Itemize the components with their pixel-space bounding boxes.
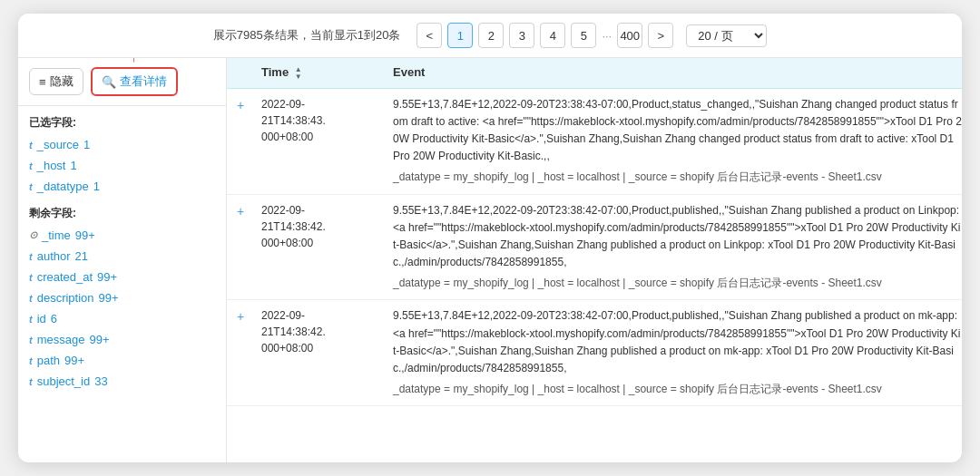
field-source[interactable]: t _source 1 (18, 134, 226, 155)
field-host-count: 1 (70, 159, 76, 172)
field-description-name: description (37, 291, 94, 305)
view-detail-button[interactable]: 🔍 查看详情 (91, 67, 178, 96)
field-datatype-name: _datatype (37, 180, 89, 193)
field-source-count: 1 (83, 138, 90, 151)
t-type-icon-3: t (29, 181, 33, 192)
field-time[interactable]: ⊙ _time 99+ (18, 225, 226, 246)
next-page-button[interactable]: > (648, 23, 673, 48)
field-id-count: 6 (51, 312, 57, 325)
row-time-3: 2022-09-21T14:38:42.000+08:00 (254, 307, 386, 356)
t-type-icon-4: t (29, 251, 33, 262)
col-plus-header (227, 65, 254, 81)
t-type-icon-5: t (29, 272, 33, 283)
table-area: Time ▲ ▼ Event + 2022-09-21T14:38:43.000… (227, 58, 962, 462)
row-event-3: 9.55E+13,7.84E+12,2022-09-20T23:38:42-07… (386, 307, 962, 398)
field-message-name: message (37, 333, 85, 346)
field-author-name: author (37, 249, 71, 263)
selected-section-title: 已选字段: (18, 106, 226, 134)
pagination-bar: 展示7985条结果，当前显示1到20条 < 1 2 3 4 5 ··· 400 … (18, 14, 962, 58)
red-arrow-icon: ↑ (130, 58, 138, 66)
t-type-icon-9: t (29, 355, 33, 366)
search-icon: 🔍 (102, 75, 116, 89)
field-id[interactable]: t id 6 (18, 308, 226, 329)
row-meta-2: _datatype = my_shopify_log | _host = loc… (393, 275, 962, 292)
col-time-label: Time (261, 65, 289, 79)
t-type-icon-10: t (29, 376, 33, 387)
arrow-indicator: ↑ 🔍 查看详情 (91, 67, 178, 96)
field-created-at-count: 99+ (97, 270, 117, 284)
row-time-2: 2022-09-21T14:38:42.000+08:00 (254, 202, 386, 251)
field-message-count: 99+ (89, 333, 109, 346)
table-row: + 2022-09-21T14:38:42.000+08:00 9.55E+13… (227, 300, 962, 406)
field-host[interactable]: t _host 1 (18, 155, 226, 176)
page-2-button[interactable]: 2 (478, 23, 504, 48)
row-event-1: 9.55E+13,7.84E+12,2022-09-20T23:38:43-07… (386, 96, 962, 187)
pagination-dots: ··· (602, 29, 612, 43)
field-path[interactable]: t path 99+ (18, 350, 226, 371)
row-expand-btn-2[interactable]: + (227, 202, 254, 219)
table-row: + 2022-09-21T14:38:43.000+08:00 9.55E+13… (227, 89, 962, 195)
sidebar-toolbar: ≡ 隐藏 ↑ 🔍 查看详情 (18, 58, 226, 106)
page-4-button[interactable]: 4 (540, 23, 565, 48)
field-subject-id[interactable]: t subject_id 33 (18, 371, 226, 392)
field-subject-id-name: subject_id (37, 374, 91, 388)
field-created-at-name: created_at (37, 270, 93, 284)
hide-label: 隐藏 (50, 73, 74, 90)
prev-page-button[interactable]: < (416, 23, 442, 48)
content-area: ≡ 隐藏 ↑ 🔍 查看详情 已选字段: t _source 1 (18, 58, 962, 462)
col-time-header[interactable]: Time ▲ ▼ (254, 65, 386, 81)
table-row: + 2022-09-21T14:38:42.000+08:00 9.55E+13… (227, 195, 962, 301)
field-datatype-count: 1 (93, 180, 100, 193)
remaining-section-title: 剩余字段: (18, 197, 226, 225)
t-type-icon: t (29, 140, 33, 151)
sort-down-icon: ▼ (295, 73, 302, 81)
field-id-name: id (37, 312, 46, 325)
view-detail-label: 查看详情 (120, 73, 167, 90)
field-datatype[interactable]: t _datatype 1 (18, 176, 226, 197)
hide-button[interactable]: ≡ 隐藏 (29, 68, 83, 95)
field-message[interactable]: t message 99+ (18, 329, 226, 350)
row-event-2: 9.55E+13,7.84E+12,2022-09-20T23:38:42-07… (386, 202, 962, 293)
field-subject-id-count: 33 (94, 374, 107, 388)
table-header: Time ▲ ▼ Event (227, 58, 962, 89)
field-author-count: 21 (75, 249, 88, 263)
field-host-name: _host (37, 159, 66, 172)
field-path-name: path (37, 354, 60, 367)
page-5-button[interactable]: 5 (571, 23, 596, 48)
col-event-label: Event (393, 65, 425, 79)
field-description[interactable]: t description 99+ (18, 287, 226, 308)
hide-icon: ≡ (39, 75, 46, 89)
t-type-icon-8: t (29, 335, 33, 345)
t-type-icon-6: t (29, 293, 33, 304)
t-type-icon-2: t (29, 160, 33, 171)
row-expand-btn-1[interactable]: + (227, 96, 254, 112)
per-page-select[interactable]: 20 / 页 (686, 24, 767, 47)
field-path-count: 99+ (64, 354, 84, 367)
field-author[interactable]: t author 21 (18, 246, 226, 267)
sidebar: ≡ 隐藏 ↑ 🔍 查看详情 已选字段: t _source 1 (18, 58, 227, 462)
t-type-icon-7: t (29, 314, 33, 325)
row-time-1: 2022-09-21T14:38:43.000+08:00 (254, 96, 386, 145)
field-description-count: 99+ (99, 291, 119, 305)
field-time-count: 99+ (75, 228, 95, 242)
field-source-name: _source (37, 138, 79, 151)
row-meta-1: _datatype = my_shopify_log | _host = loc… (393, 169, 962, 186)
result-text: 展示7985条结果，当前显示1到20条 (213, 27, 401, 44)
field-created-at[interactable]: t created_at 99+ (18, 267, 226, 287)
table-body: + 2022-09-21T14:38:43.000+08:00 9.55E+13… (227, 89, 962, 462)
main-container: 展示7985条结果，当前显示1到20条 < 1 2 3 4 5 ··· 400 … (18, 14, 962, 462)
row-meta-3: _datatype = my_shopify_log | _host = loc… (393, 381, 962, 398)
page-1-button[interactable]: 1 (447, 23, 473, 48)
row-expand-btn-3[interactable]: + (227, 307, 254, 324)
page-400-button[interactable]: 400 (617, 23, 642, 48)
page-3-button[interactable]: 3 (509, 23, 534, 48)
sort-arrows-time[interactable]: ▲ ▼ (295, 66, 302, 81)
clock-icon: ⊙ (29, 229, 37, 241)
col-event-header: Event (386, 65, 962, 81)
field-time-name: _time (42, 228, 71, 242)
